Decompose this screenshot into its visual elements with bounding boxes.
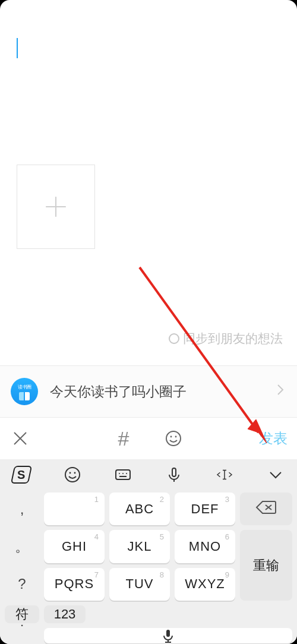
svg-point-13 — [119, 473, 120, 474]
circle-label: 今天你读书了吗小圈子 — [50, 383, 274, 401]
svg-point-4 — [166, 431, 181, 446]
circle-selector[interactable]: 读书圈 今天你读书了吗小圈子 — [0, 365, 297, 418]
plus-icon — [43, 194, 68, 219]
mic-icon — [165, 466, 183, 484]
svg-point-5 — [170, 436, 172, 438]
key-5[interactable]: 5JKL — [109, 530, 170, 563]
svg-rect-17 — [172, 468, 176, 476]
add-photo-button[interactable] — [17, 165, 95, 249]
smile-icon — [165, 430, 182, 447]
svg-point-6 — [175, 436, 177, 438]
chevron-down-icon — [267, 466, 285, 484]
emoji-button[interactable] — [163, 428, 184, 449]
key-punct-question[interactable]: ? — [5, 568, 39, 601]
svg-point-15 — [126, 473, 127, 474]
smile-icon — [64, 466, 81, 484]
svg-rect-22 — [166, 630, 170, 637]
hashtag-button[interactable]: # — [113, 428, 134, 449]
action-bar: # 发表 — [0, 418, 297, 459]
keyboard-toolbar: S — [0, 459, 297, 490]
key-7[interactable]: 7PQRS — [44, 568, 105, 601]
ime-logo-button[interactable]: S — [11, 464, 32, 485]
chevron-right-icon — [274, 384, 286, 399]
key-4[interactable]: 4GHI — [44, 530, 105, 563]
svg-point-11 — [74, 472, 75, 474]
publish-button[interactable]: 发表 — [259, 429, 287, 448]
kbd-collapse-button[interactable] — [265, 464, 286, 485]
radio-unchecked-icon — [169, 333, 179, 344]
mic-icon — [160, 628, 176, 643]
kbd-voice-button[interactable] — [163, 464, 185, 485]
kbd-cursor-button[interactable] — [214, 464, 235, 485]
key-numeric[interactable]: 123 — [44, 605, 86, 623]
sogou-logo-icon: S — [11, 466, 32, 484]
svg-point-10 — [69, 472, 71, 474]
key-1[interactable]: 1 — [44, 493, 105, 525]
kbd-emoji-button[interactable] — [62, 464, 83, 485]
circle-avatar-icon: 读书圈 — [11, 378, 38, 405]
sync-label: 同步到朋友的想法 — [183, 330, 283, 347]
key-6[interactable]: 6MNO — [175, 530, 235, 563]
key-3[interactable]: 3DEF — [175, 493, 235, 525]
key-symbol[interactable]: 符 — [5, 605, 39, 623]
key-punct-period[interactable]: 。 — [5, 530, 39, 563]
key-space[interactable] — [44, 628, 292, 643]
text-caret — [17, 38, 18, 58]
cursor-move-icon — [216, 466, 233, 484]
kbd-layout-button[interactable] — [112, 464, 134, 485]
close-icon — [11, 430, 29, 447]
svg-point-14 — [122, 473, 124, 474]
key-8[interactable]: 8TUV — [109, 568, 170, 601]
svg-rect-12 — [116, 470, 130, 479]
key-2[interactable]: 2ABC — [109, 493, 170, 525]
keyboard: S — [0, 459, 297, 644]
key-punct-comma[interactable]: , — [5, 493, 39, 525]
screen: 同步到朋友的想法 读书圈 今天你读书了吗小圈子 # — [0, 0, 297, 644]
compose-area[interactable]: 同步到朋友的想法 — [0, 18, 297, 356]
close-button[interactable] — [10, 428, 31, 449]
key-retype[interactable]: 重输 — [240, 530, 292, 601]
key-backspace[interactable] — [240, 493, 292, 525]
sync-toggle[interactable]: 同步到朋友的想法 — [169, 330, 283, 347]
backspace-icon — [255, 500, 277, 519]
keyboard-icon — [114, 466, 132, 484]
svg-point-9 — [65, 468, 80, 482]
key-9[interactable]: 9WXYZ — [175, 568, 235, 601]
